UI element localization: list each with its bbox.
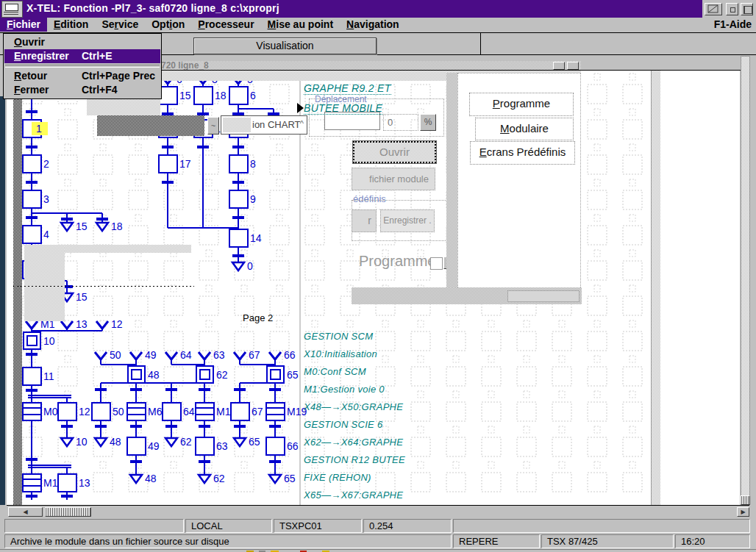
combo-field[interactable]: ion CHART ^ bbox=[221, 115, 307, 135]
annotation-line: X48—→X50:GRAPHE bbox=[304, 401, 403, 412]
svg-text:65: 65 bbox=[284, 473, 296, 484]
svg-text:48: 48 bbox=[110, 436, 121, 448]
annotation-line: M0:Conf SCM bbox=[304, 366, 366, 377]
right-scrollbar-grip[interactable] bbox=[741, 495, 750, 505]
mid-scrollbar-strip[interactable] bbox=[651, 71, 660, 505]
diagonal-icon bbox=[705, 4, 721, 15]
annotation-line: X65—→X67:GRAPHE bbox=[304, 490, 403, 501]
svg-text:10: 10 bbox=[76, 436, 88, 448]
svg-text:11: 11 bbox=[43, 370, 54, 382]
right-scrollbar-strip[interactable] bbox=[741, 56, 750, 505]
minimize-icon bbox=[730, 7, 735, 12]
svg-text:9: 9 bbox=[250, 193, 256, 205]
modulaire-button[interactable]: Modulaire bbox=[475, 118, 574, 140]
svg-text:66: 66 bbox=[287, 440, 299, 452]
annotation-line: GESTION SCM bbox=[304, 331, 373, 342]
menu-service[interactable]: Service bbox=[95, 18, 145, 32]
menubar-items: FichierEditionServiceOptionProcesseurMis… bbox=[0, 18, 406, 30]
combo-spin-button[interactable]: ~ bbox=[207, 117, 219, 135]
menu-edition[interactable]: Edition bbox=[47, 18, 95, 32]
menu-processeur[interactable]: Processeur bbox=[191, 18, 260, 32]
maximize-icon bbox=[743, 6, 753, 14]
restore-button[interactable] bbox=[705, 3, 722, 15]
child-restore-button[interactable] bbox=[553, 62, 565, 70]
svg-text:62: 62 bbox=[216, 369, 228, 381]
help-menu[interactable]: F1-Aide bbox=[714, 18, 752, 30]
svg-text:13: 13 bbox=[76, 318, 88, 330]
window-title: X-TEL: Fonction -Pl7_3- saf0720 ligne_8 … bbox=[26, 2, 279, 14]
svg-text:48: 48 bbox=[148, 369, 160, 381]
status-cell: 16:20 bbox=[675, 534, 750, 548]
fichier-module-button[interactable]: fichier module bbox=[352, 168, 435, 190]
redraw-artifact-2 bbox=[65, 245, 191, 253]
status-cell bbox=[453, 519, 750, 533]
status-cell: TSXPC01 bbox=[274, 519, 362, 533]
maximize-button[interactable] bbox=[741, 3, 753, 15]
menu-fichier[interactable]: Fichier bbox=[0, 18, 47, 32]
minimize-button[interactable] bbox=[726, 3, 738, 15]
scroll-left-button[interactable]: ◀ bbox=[8, 507, 43, 517]
scroll-thumb[interactable] bbox=[45, 507, 91, 517]
ouvrir-label: Ouvrir bbox=[379, 146, 410, 158]
enregistrer-button[interactable]: Enregistrer . bbox=[380, 209, 435, 232]
svg-text:3: 3 bbox=[43, 193, 49, 205]
svg-text:15: 15 bbox=[179, 90, 191, 101]
programme-combo-label: Programme bbox=[359, 253, 435, 270]
desktop-edge bbox=[0, 96, 5, 505]
list-marker-icon bbox=[297, 103, 304, 113]
svg-text:12: 12 bbox=[111, 318, 123, 330]
status-cell bbox=[4, 519, 184, 533]
svg-text:M1: M1 bbox=[43, 477, 58, 489]
programme-button[interactable]: Programme bbox=[469, 93, 574, 116]
percent-button[interactable]: % bbox=[420, 114, 436, 131]
menu-item-enregistrer[interactable]: EnregistrerCtrl+E bbox=[4, 49, 160, 63]
status-cell: Archive le module dans un fichier source… bbox=[4, 534, 452, 548]
svg-text:14: 14 bbox=[250, 232, 262, 244]
programme-combo-box[interactable] bbox=[430, 257, 443, 270]
menu-item-retour[interactable]: RetourCtrl+Page Prec bbox=[4, 69, 160, 83]
combo-caret: ^ bbox=[300, 119, 304, 128]
ouvrir-button[interactable]: Ouvrir bbox=[352, 140, 437, 164]
status-cell: TSX 87/425 bbox=[541, 534, 674, 548]
ecrans-prédéfinis-button[interactable]: Ecrans Prédéfinis bbox=[470, 141, 575, 165]
menubar: FichierEditionServiceOptionProcesseurMis… bbox=[0, 18, 756, 33]
file-menu: OuvrirEnregistrerCtrl+ERetourCtrl+Page P… bbox=[3, 33, 162, 99]
panel-bottom-field bbox=[507, 290, 580, 302]
menu-mise-au-point[interactable]: Mise au point bbox=[261, 18, 340, 32]
svg-text:67: 67 bbox=[252, 406, 263, 417]
combo-field-artifact bbox=[223, 118, 251, 132]
svg-text:2: 2 bbox=[43, 158, 49, 170]
combo-artifact-band bbox=[97, 115, 204, 136]
screen: X-TEL: Fonction -Pl7_3- saf0720 ligne_8 … bbox=[0, 0, 756, 552]
value-field[interactable]: 0 bbox=[383, 114, 418, 131]
svg-text:0: 0 bbox=[247, 260, 253, 272]
app-icon[interactable] bbox=[1, 1, 23, 18]
annotation-header-1: GRAPHE R9.2 ET bbox=[304, 82, 391, 95]
svg-text:15: 15 bbox=[76, 291, 88, 303]
svg-text:10: 10 bbox=[43, 335, 55, 347]
menu-item-ouvrir[interactable]: Ouvrir bbox=[4, 35, 160, 49]
child-maximize-button[interactable] bbox=[567, 62, 579, 70]
svg-text:M6: M6 bbox=[148, 406, 163, 417]
enregistrer-label: Enregistrer . bbox=[383, 215, 431, 226]
annotation-line: M1:Gestion voie 0 bbox=[304, 384, 385, 395]
menu-item-fermer[interactable]: FermerCtrl+F4 bbox=[4, 83, 160, 97]
horizontal-scrollbar[interactable] bbox=[7, 506, 749, 517]
svg-text:15: 15 bbox=[76, 221, 88, 232]
svg-text:17: 17 bbox=[179, 158, 191, 170]
svg-text:49: 49 bbox=[148, 440, 160, 452]
left-scrollbar-artifact bbox=[13, 96, 22, 505]
redraw-artifact-1 bbox=[24, 245, 65, 321]
menu-option[interactable]: Option bbox=[145, 18, 191, 32]
svg-text:50: 50 bbox=[110, 349, 121, 361]
toolbar-divider bbox=[480, 33, 481, 54]
scroll-right-button[interactable]: ▶ bbox=[737, 507, 749, 517]
svg-text:13: 13 bbox=[79, 477, 90, 489]
dotted-artifact-line bbox=[13, 286, 194, 287]
stub-button[interactable]: r bbox=[352, 209, 377, 232]
svg-text:64: 64 bbox=[180, 349, 192, 361]
visualisation-button[interactable]: Visualisation bbox=[193, 37, 377, 54]
annotation-line: GESTION R12 BUTEE bbox=[304, 454, 405, 465]
annotation-header-2: BUTEE MOBILE bbox=[304, 102, 382, 115]
menu-navigation[interactable]: Navigation bbox=[340, 18, 406, 32]
